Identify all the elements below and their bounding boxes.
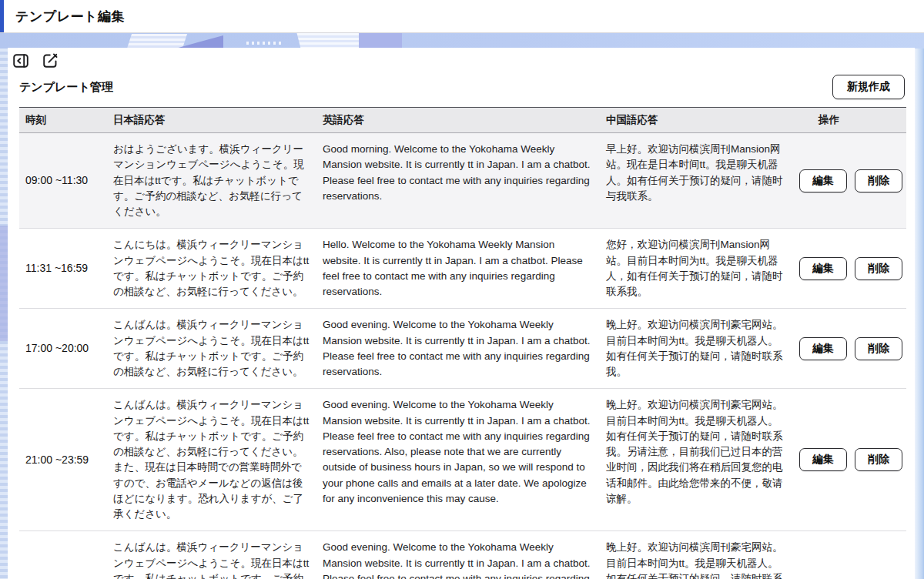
actions-cell: 編集 削除 <box>795 133 906 229</box>
decorative-banner <box>0 33 924 49</box>
japanese-response-cell: こんばんは。横浜ウィークリーマンションウェブページへようこそ。現在日本はttです… <box>113 531 323 579</box>
create-new-button[interactable]: 新規作成 <box>832 75 905 99</box>
english-response-cell: Good evening. Welcome to the Yokohama We… <box>323 389 606 531</box>
column-header-actions: 操作 <box>795 108 906 133</box>
delete-button[interactable]: 削除 <box>855 257 902 280</box>
background-left-strip <box>0 49 8 579</box>
title-accent-bar <box>0 0 4 32</box>
actions-cell: 編集 削除 <box>795 389 906 531</box>
chinese-response-cell: 您好，欢迎访问横滨周刊Mansion网站。目前日本时间为tt。我是聊天机器人，如… <box>606 229 795 309</box>
section-title: テンプレート管理 <box>19 80 113 95</box>
table-row: 00:00 ~05:00 こんばんは。横浜ウィークリーマンションウェブページへよ… <box>19 531 906 579</box>
time-cell: 09:00 ~11:30 <box>19 133 113 229</box>
edit-button[interactable]: 編集 <box>799 257 847 280</box>
template-table: 時刻 日本語応答 英語応答 中国語応答 操作 09:00 ~11:30 おはよう… <box>19 107 906 579</box>
page-header: テンプレート編集 <box>0 0 924 33</box>
table-row: 17:00 ~20:00 こんばんは。横浜ウィークリーマンションウェブページへよ… <box>19 309 906 389</box>
edit-button[interactable]: 編集 <box>799 448 847 471</box>
content-panel: テンプレート管理 新規作成 時刻 日本語応答 英語応答 中国語応答 操作 09:… <box>8 48 915 579</box>
toolbar <box>8 48 915 70</box>
actions-cell: 編集 削除 <box>795 309 906 389</box>
english-response-cell: Good morning. Welcome to the Yokohama We… <box>323 133 606 229</box>
page-title: テンプレート編集 <box>15 8 125 25</box>
banner-building-shape <box>297 33 369 49</box>
actions-cell: 編集 削除 <box>795 229 906 309</box>
delete-button[interactable]: 削除 <box>855 448 902 471</box>
column-header-japanese: 日本語応答 <box>113 108 323 133</box>
english-response-cell: Good evening. Welcome to the Yokohama We… <box>323 309 606 389</box>
japanese-response-cell: こんばんは。横浜ウィークリーマンションウェブページへようこそ。現在日本はttです… <box>113 309 323 389</box>
column-header-english: 英語応答 <box>323 108 606 133</box>
edit-button[interactable]: 編集 <box>799 337 847 360</box>
table-row: 21:00 ~23:59 こんばんは。横浜ウィークリーマンションウェブページへよ… <box>19 389 906 531</box>
background-right-strip <box>915 49 924 579</box>
english-response-cell: Hello. Welcome to the Yokohama Weekly Ma… <box>323 229 606 309</box>
banner-building-shape <box>359 33 402 49</box>
japanese-response-cell: おはようございます。横浜ウィークリーマンションウェブページへようこそ。現在日本は… <box>113 133 323 229</box>
banner-building-shape <box>127 34 187 49</box>
actions-cell: 編集 削除 <box>795 531 906 579</box>
table-row: 09:00 ~11:30 おはようございます。横浜ウィークリーマンションウェブペ… <box>19 133 906 229</box>
time-cell: 11:31 ~16:59 <box>19 229 113 309</box>
table-header-row: 時刻 日本語応答 英語応答 中国語応答 操作 <box>19 108 906 133</box>
chinese-response-cell: 早上好。欢迎访问横滨周刊Mansion网站。现在是日本时间tt。我是聊天机器人。… <box>606 133 795 229</box>
time-cell: 00:00 ~05:00 <box>19 531 113 579</box>
column-header-time: 時刻 <box>19 108 113 133</box>
english-response-cell: Good evening. Welcome to the Yokohama We… <box>323 531 606 579</box>
time-cell: 21:00 ~23:59 <box>19 389 113 531</box>
chinese-response-cell: 晚上好。欢迎访问横滨周刊豪宅网站。目前日本时间为tt。我是聊天机器人。如有任何关… <box>606 309 795 389</box>
edit-button[interactable]: 編集 <box>799 169 847 192</box>
compose-icon[interactable] <box>41 52 59 70</box>
delete-button[interactable]: 削除 <box>855 169 902 192</box>
japanese-response-cell: こんにちは。横浜ウィークリーマンションウェブページへようこそ。現在日本はttです… <box>113 229 323 309</box>
banner-detail-dots <box>246 42 282 45</box>
section-header: テンプレート管理 新規作成 <box>8 70 915 107</box>
delete-button[interactable]: 削除 <box>855 337 902 360</box>
time-cell: 17:00 ~20:00 <box>19 309 113 389</box>
chinese-response-cell: 晚上好。欢迎访问横滨周刊豪宅网站。目前日本时间为tt。我是聊天机器人。如有任何关… <box>606 531 795 579</box>
chinese-response-cell: 晚上好。欢迎访问横滨周刊豪宅网站。目前日本时间为tt。我是聊天机器人。如有任何关… <box>606 389 795 531</box>
table-row: 11:31 ~16:59 こんにちは。横浜ウィークリーマンションウェブページへよ… <box>19 229 906 309</box>
collapse-sidebar-icon[interactable] <box>12 52 30 70</box>
japanese-response-cell: こんばんは。横浜ウィークリーマンションウェブページへようこそ。現在日本はttです… <box>113 389 323 531</box>
column-header-chinese: 中国語応答 <box>606 108 795 133</box>
